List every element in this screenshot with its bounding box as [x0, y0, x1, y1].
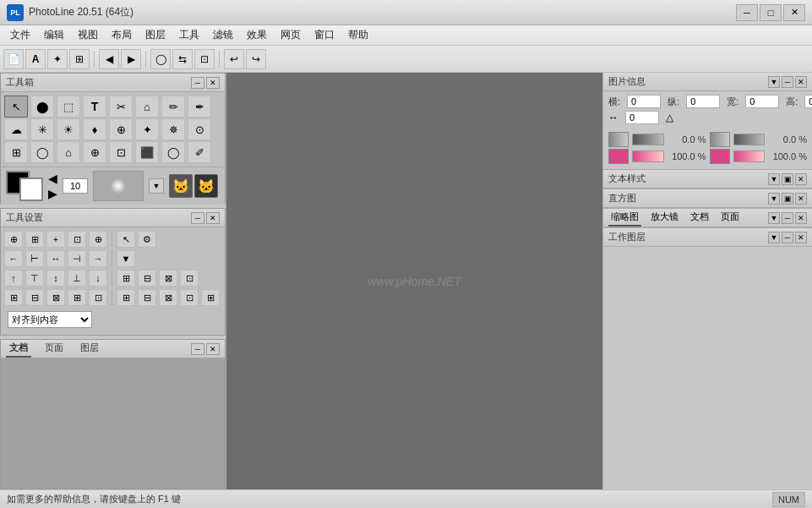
- ts-align-2[interactable]: ⊢: [25, 250, 44, 267]
- cat-icon-2[interactable]: 🐱: [194, 174, 218, 198]
- ts-space-6[interactable]: ⊞: [117, 289, 135, 306]
- ts-space-3[interactable]: ⊠: [46, 289, 65, 306]
- anchor-tool[interactable]: ⌂: [135, 96, 159, 117]
- prev-arrow[interactable]: ◀: [48, 172, 57, 185]
- doc-tab-document[interactable]: 文档: [6, 340, 31, 358]
- plus-tool[interactable]: ⊕: [83, 141, 106, 163]
- cat-icon-1[interactable]: 🐱: [169, 174, 193, 198]
- img-info-dropdown[interactable]: ▼: [768, 76, 780, 88]
- sun-tool[interactable]: ✵: [161, 118, 185, 140]
- opacity-bar-4[interactable]: [733, 150, 766, 162]
- cloud-tool[interactable]: ◯: [30, 141, 54, 163]
- ts-space-4[interactable]: ⊞: [68, 289, 86, 306]
- undo-button[interactable]: ↩: [224, 49, 244, 69]
- ts-valign-4[interactable]: ⊥: [68, 270, 86, 287]
- text-style-close[interactable]: ✕: [795, 173, 807, 185]
- cross-tool[interactable]: ⊕: [109, 118, 133, 140]
- histogram-dropdown[interactable]: ▼: [768, 193, 780, 205]
- menu-item-网页[interactable]: 网页: [274, 26, 308, 44]
- grid-button[interactable]: ⊞: [69, 49, 90, 69]
- thumb-restore[interactable]: ─: [782, 212, 793, 224]
- align-select[interactable]: 对齐到内容 对齐到选区 对齐到画布: [8, 311, 92, 328]
- text-button[interactable]: A: [25, 49, 46, 69]
- ts-space-7[interactable]: ⊟: [138, 289, 156, 306]
- img-info-minimize[interactable]: ─: [782, 76, 793, 88]
- ts-align-3[interactable]: ↔: [46, 250, 65, 267]
- fill-tool[interactable]: ⬛: [135, 141, 159, 163]
- redo-button[interactable]: ↩: [246, 49, 266, 69]
- work-layers-restore[interactable]: ─: [782, 232, 793, 243]
- star-button[interactable]: ✦: [47, 49, 68, 69]
- thumb-dropdown[interactable]: ▼: [768, 212, 780, 224]
- clone-tool[interactable]: ♦: [83, 118, 106, 140]
- ts-btn-4[interactable]: ⊡: [68, 231, 86, 248]
- canvas-area[interactable]: www.pHome.NET: [226, 73, 602, 489]
- background-color[interactable]: [19, 178, 43, 201]
- color-box[interactable]: [6, 171, 43, 201]
- menu-item-编辑[interactable]: 编辑: [37, 26, 71, 44]
- toolbox-close[interactable]: ✕: [206, 77, 220, 89]
- ts-space-5[interactable]: ⊡: [89, 289, 107, 306]
- next-arrow[interactable]: ▶: [48, 187, 57, 200]
- histogram-close[interactable]: ✕: [795, 193, 807, 205]
- oval-tool[interactable]: ◯: [161, 141, 185, 163]
- magic-tool[interactable]: ☀: [57, 118, 80, 140]
- menu-item-效果[interactable]: 效果: [240, 26, 274, 44]
- sparkle-tool[interactable]: ✦: [135, 118, 159, 140]
- ts-btn-3[interactable]: +: [46, 231, 65, 248]
- grid-tool[interactable]: ⊞: [4, 141, 28, 163]
- lasso-tool[interactable]: ⬤: [30, 96, 54, 117]
- menu-item-滤镜[interactable]: 滤镜: [206, 26, 240, 44]
- ts-valign-9[interactable]: ⊡: [180, 270, 199, 287]
- ts-btn-1[interactable]: ⊕: [4, 231, 23, 248]
- thumb-tab-page[interactable]: 页面: [718, 209, 742, 227]
- tool-settings-close[interactable]: ✕: [206, 212, 220, 224]
- brush-size-input[interactable]: [63, 178, 88, 194]
- work-layers-dropdown[interactable]: ▼: [768, 232, 780, 243]
- doc-panel-minimize[interactable]: ─: [191, 343, 204, 355]
- square-tool[interactable]: ⊡: [109, 141, 133, 163]
- circle-tool[interactable]: ⊙: [188, 118, 211, 140]
- ts-valign-7[interactable]: ⊟: [138, 270, 156, 287]
- thumb-tab-magnifier[interactable]: 放大镜: [648, 209, 681, 227]
- opacity-bar-2[interactable]: [733, 134, 766, 145]
- ts-space-1[interactable]: ⊞: [4, 289, 23, 306]
- histogram-restore[interactable]: ▣: [782, 193, 793, 205]
- swap-button[interactable]: ⇆: [172, 49, 193, 69]
- lasso-button[interactable]: ◯: [150, 49, 171, 69]
- close-button[interactable]: ✕: [783, 4, 805, 21]
- toolbox-minimize[interactable]: ─: [191, 77, 204, 89]
- blur-tool[interactable]: ☁: [4, 118, 28, 140]
- menu-item-帮助[interactable]: 帮助: [341, 26, 375, 44]
- ts-valign-3[interactable]: ↕: [46, 270, 65, 287]
- pencil-tool[interactable]: ✏: [161, 96, 185, 117]
- rect-select-tool[interactable]: ⬚: [57, 96, 80, 117]
- doc-panel-close[interactable]: ✕: [206, 343, 220, 355]
- write-tool[interactable]: ✐: [188, 141, 211, 163]
- ts-space-2[interactable]: ⊟: [25, 289, 44, 306]
- thumb-close[interactable]: ✕: [795, 212, 807, 224]
- new-file-button[interactable]: 📄: [3, 49, 24, 69]
- work-layers-close[interactable]: ✕: [795, 232, 807, 243]
- ts-align-6[interactable]: ▼: [117, 250, 135, 267]
- ts-valign-2[interactable]: ⊤: [25, 270, 44, 287]
- opacity-bar-3[interactable]: [632, 150, 664, 162]
- ts-btn-5[interactable]: ⊕: [89, 231, 107, 248]
- menu-item-视图[interactable]: 视图: [71, 26, 105, 44]
- brush-dropdown[interactable]: ▼: [149, 178, 164, 194]
- ts-btn-6[interactable]: ↖: [117, 231, 135, 248]
- star-tool[interactable]: ✳: [30, 118, 54, 140]
- ts-valign-1[interactable]: ↑: [4, 270, 23, 287]
- thumb-tab-thumbnail[interactable]: 缩略图: [608, 209, 641, 227]
- prev-button[interactable]: ◀: [99, 49, 119, 69]
- ts-align-5[interactable]: →: [89, 250, 107, 267]
- ts-space-9[interactable]: ⊡: [180, 289, 199, 306]
- minimize-button[interactable]: ─: [736, 4, 758, 21]
- doc-tab-page[interactable]: 页面: [41, 340, 67, 358]
- select-tool[interactable]: ↖: [4, 96, 28, 117]
- thumb-tab-document[interactable]: 文档: [688, 209, 711, 227]
- menu-item-布局[interactable]: 布局: [105, 26, 139, 44]
- doc-tab-layers[interactable]: 图层: [77, 340, 102, 358]
- ts-btn-2[interactable]: ⊞: [25, 231, 44, 248]
- home-tool[interactable]: ⌂: [57, 141, 80, 163]
